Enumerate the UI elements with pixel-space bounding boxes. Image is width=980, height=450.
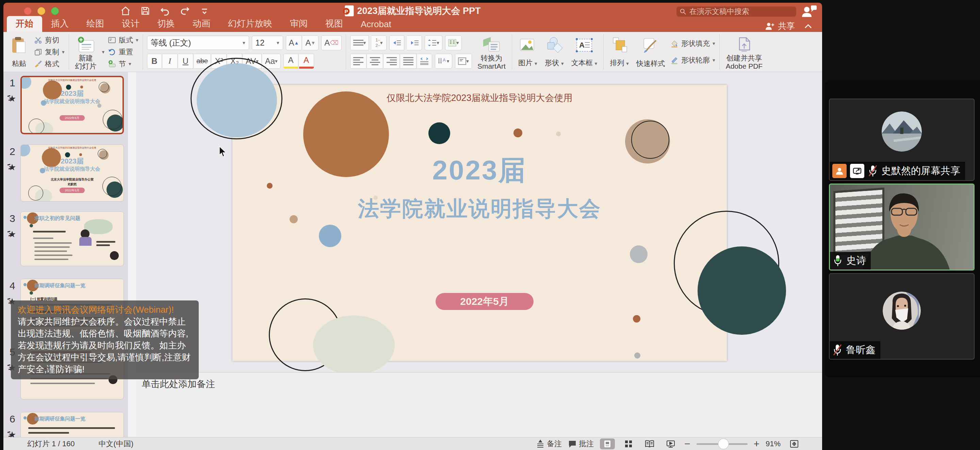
zoom-out-button[interactable]: − <box>684 438 690 450</box>
tab-view[interactable]: 视图 <box>317 16 352 32</box>
participant-tile-muted[interactable]: 鲁昕鑫 <box>829 273 975 360</box>
collapse-ribbon-icon[interactable] <box>804 23 813 29</box>
tab-draw[interactable]: 绘图 <box>78 16 113 32</box>
section-dropdown[interactable]: ▾ <box>129 61 131 67</box>
decrease-font-button[interactable]: A▼ <box>302 35 318 50</box>
save-icon[interactable] <box>140 6 150 16</box>
notes-toggle-button[interactable]: 备注 <box>536 439 562 449</box>
highlight-color-button[interactable]: A <box>283 54 298 69</box>
notes-placeholder[interactable]: 单击此处添加备注 <box>142 378 215 390</box>
shapes-button[interactable]: 形状 ▾ <box>543 35 566 69</box>
tab-animations[interactable]: 动画 <box>184 16 219 32</box>
arrange-button[interactable]: 排列 ▾ <box>608 35 631 69</box>
tab-home[interactable]: 开始 <box>7 16 42 32</box>
thumbnail-canvas[interactable]: 仅限北大法学院2023届就业指导说明大会使用 2023届 法学院就业说明指导大会… <box>21 76 124 134</box>
justify-button[interactable] <box>401 54 417 69</box>
increase-font-button[interactable]: A▲ <box>286 35 302 50</box>
slide-sorter-view-button[interactable] <box>621 439 636 449</box>
increase-indent-button[interactable] <box>407 35 422 50</box>
notes-pane[interactable]: 单击此处添加备注 <box>136 372 822 437</box>
columns-button[interactable]: ▾ <box>445 35 462 50</box>
new-slide-dropdown[interactable]: ▾ <box>102 49 105 55</box>
shape-fill-button[interactable]: 形状填充▾ <box>670 39 715 48</box>
underline-button[interactable]: U <box>178 54 193 69</box>
zoom-slider-thumb[interactable] <box>718 439 729 449</box>
thumbnail-canvas[interactable]: 前期调研征集问题一览 <box>21 412 124 437</box>
tab-review[interactable]: 审阅 <box>281 16 317 32</box>
thumbnail-slide-3[interactable]: 3 ★ 求职之初的常见问题 <box>3 211 128 268</box>
convert-smartart-button[interactable]: 转换为SmartArt <box>476 35 508 69</box>
reading-view-button[interactable] <box>642 439 657 449</box>
close-window-button[interactable] <box>24 7 32 15</box>
home-icon[interactable] <box>121 6 130 16</box>
search-input[interactable]: 在演示文稿中搜索 <box>676 6 796 17</box>
font-name-select[interactable]: 等线 (正文)▾ <box>147 36 249 50</box>
decrease-indent-button[interactable] <box>389 35 404 50</box>
contact-support-icon[interactable] <box>801 5 817 18</box>
distribute-text-button[interactable] <box>417 54 432 69</box>
layout-dropdown[interactable]: ▾ <box>136 37 138 43</box>
copy-button[interactable]: 复制▾ <box>34 47 65 57</box>
layout-button[interactable]: 版式▾ <box>108 35 138 45</box>
tab-transitions[interactable]: 切换 <box>148 16 184 32</box>
arrange-dropdown[interactable]: ▾ <box>626 60 629 66</box>
paste-button[interactable]: 粘贴 <box>8 35 30 69</box>
format-painter-button[interactable]: 格式 <box>34 59 65 69</box>
thumbnail-slide-2[interactable]: 2 ★ 仅限北大法学院2023届就业指导说明大会使用 2023届 法学院就业说明… <box>3 144 128 204</box>
bold-button[interactable]: B <box>147 54 162 69</box>
zoom-slider[interactable] <box>697 443 748 445</box>
thumbnail-canvas[interactable]: 仅限北大法学院2023届就业指导说明大会使用 2023届 法学院就业说明指导大会… <box>21 144 124 201</box>
zoom-in-button[interactable]: + <box>754 438 760 450</box>
clear-formatting-button[interactable]: A⌫ <box>321 35 341 50</box>
numbering-button[interactable]: 1⎯2⎯▾ <box>372 35 387 50</box>
minimize-window-button[interactable] <box>37 7 45 15</box>
fullscreen-window-button[interactable] <box>51 7 59 15</box>
bullets-button[interactable]: ▾ <box>350 35 369 50</box>
picture-dropdown[interactable]: ▾ <box>535 60 537 66</box>
comments-toggle-button[interactable]: 批注 <box>568 439 594 449</box>
slideshow-button[interactable] <box>663 439 678 449</box>
align-center-button[interactable] <box>367 54 383 69</box>
customize-toolbar-icon[interactable] <box>199 6 210 16</box>
zoom-level[interactable]: 91% <box>765 439 781 448</box>
thumbnail-slide-6[interactable]: 6 ★ 前期调研征集问题一览 <box>3 412 128 437</box>
normal-view-button[interactable] <box>600 439 615 449</box>
undo-icon[interactable] <box>160 6 170 16</box>
picture-button[interactable]: 图片 ▾ <box>516 35 539 69</box>
new-slide-button[interactable]: 新建幻灯片 <box>73 35 99 69</box>
italic-button[interactable]: I <box>163 54 178 69</box>
share-button[interactable]: 共享 <box>765 21 795 32</box>
redo-icon[interactable] <box>180 6 190 16</box>
shape-outline-dropdown[interactable]: ▾ <box>713 57 715 63</box>
quick-styles-button[interactable]: 快速样式 <box>634 35 667 69</box>
cut-button[interactable]: 剪切 <box>34 35 65 45</box>
tab-acrobat[interactable]: Acrobat <box>352 17 400 32</box>
text-direction-button[interactable]: A▾ <box>435 54 453 69</box>
tab-insert[interactable]: 插入 <box>42 16 78 32</box>
participant-tile-speaker[interactable]: 史诗 <box>829 184 975 271</box>
tab-slideshow[interactable]: 幻灯片放映 <box>219 16 281 32</box>
reset-button[interactable]: 重置 <box>108 47 138 57</box>
language-indicator[interactable]: 中文(中国) <box>98 439 134 449</box>
textbox-dropdown[interactable]: ▾ <box>595 60 598 66</box>
section-button[interactable]: 节▾ <box>108 59 138 69</box>
thumbnail-scrollbar[interactable] <box>128 72 136 437</box>
align-text-button[interactable]: ▾ <box>455 54 472 69</box>
shape-outline-button[interactable]: 形状轮廓▾ <box>670 55 715 65</box>
copy-dropdown[interactable]: ▾ <box>62 49 65 55</box>
shape-fill-dropdown[interactable]: ▾ <box>713 40 715 47</box>
create-share-pdf-button[interactable]: 创建并共享Adobe PDF <box>724 35 765 69</box>
fit-slide-to-window-button[interactable] <box>787 439 802 449</box>
align-left-button[interactable] <box>350 54 366 69</box>
tab-design[interactable]: 设计 <box>113 16 148 32</box>
thumbnail-slide-1[interactable]: 1 ★ 仅限北大法学院2023届就业指导说明大会使用 2023届 法学院就业说明… <box>3 76 128 137</box>
font-size-select[interactable]: 12▾ <box>252 36 283 50</box>
textbox-button[interactable]: A 文本框 ▾ <box>569 35 599 69</box>
font-color-button[interactable]: A <box>299 54 314 69</box>
shapes-dropdown[interactable]: ▾ <box>561 60 564 66</box>
line-spacing-button[interactable]: ▾ <box>425 35 442 50</box>
participant-tile-screenshare[interactable]: 史默然的屏幕共享 <box>829 98 975 181</box>
thumbnail-canvas[interactable]: 求职之初的常见问题 <box>21 211 124 266</box>
align-right-button[interactable] <box>384 54 400 69</box>
change-case-button[interactable]: Aa▾ <box>262 54 281 69</box>
